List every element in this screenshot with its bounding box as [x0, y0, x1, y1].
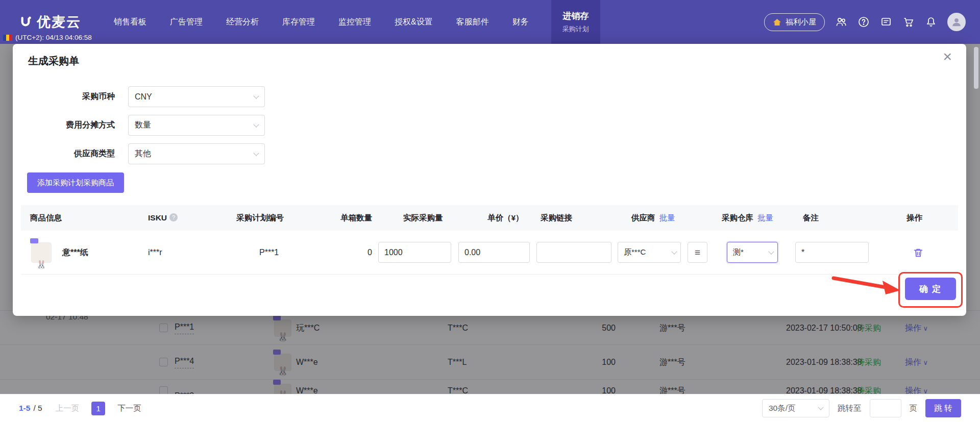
header-purchase-link: 采购链接: [541, 213, 572, 222]
nav-menu: 销售看板 广告管理 经营分析 库存管理 监控管理 授权&设置 客服邮件 财务: [114, 17, 529, 28]
total-text: / 5: [33, 404, 42, 413]
modal-table-row: 意***纸 i***r P***1 0 原***C ≡ 测*: [21, 231, 958, 275]
flag-icon: [3, 35, 12, 41]
warehouse-batch-link[interactable]: 批量: [757, 213, 773, 222]
logo-text: 优麦云: [37, 13, 81, 31]
timezone-clock: (UTC+2): 04/13 04:06:58: [3, 34, 92, 41]
header-unit-price: 单价（¥）: [487, 213, 524, 222]
pagination-bar: 1-5 / 5 上一页 1 下一页 30条/页 跳转至 页 跳 转: [0, 394, 980, 422]
pagination-range: 1-5 / 5: [19, 404, 42, 413]
nav-subitem-purchase-plan[interactable]: 采购计划: [562, 24, 589, 34]
chevron-down-icon: [253, 121, 259, 127]
pagination-right: 30条/页 跳转至 页 跳 转: [762, 399, 961, 417]
header-actual-qty: 实际采购量: [403, 213, 443, 222]
create-po-modal: 生成采购单 × 采购币种 CNY 费用分摊方式 数量 供应商类型 其他 添加采购…: [13, 44, 966, 316]
add-plan-product-button[interactable]: 添加采购计划采购商品: [27, 172, 124, 193]
close-icon[interactable]: ×: [943, 49, 952, 64]
header-remark: 备注: [803, 213, 819, 222]
help-icon[interactable]: [857, 16, 870, 28]
chevron-down-icon: [818, 404, 823, 410]
nav-item-monitoring[interactable]: 监控管理: [338, 17, 371, 28]
product-image: [31, 242, 52, 263]
product-badge: [30, 238, 38, 243]
plan-no: P***1: [259, 231, 279, 275]
house-icon: [773, 18, 781, 26]
field-supplier-type: 供应商类型 其他: [13, 143, 265, 164]
welfare-house-button[interactable]: 福利小屋: [764, 13, 825, 31]
supplier-type-select[interactable]: 其他: [128, 143, 265, 164]
warehouse-select[interactable]: 测*: [727, 242, 778, 263]
modal-title: 生成采购单: [28, 54, 79, 68]
delete-row-icon[interactable]: [913, 247, 924, 258]
current-page-button[interactable]: 1: [91, 402, 105, 415]
header-warehouse: 采购仓库: [722, 213, 753, 222]
range-text: 1-5: [19, 404, 30, 413]
nav-item-business-analysis[interactable]: 经营分析: [226, 17, 259, 28]
warehouse-value: 测*: [733, 247, 744, 257]
annotation-arrow-icon: [830, 274, 902, 297]
nav-right-cluster: 福利小屋: [764, 0, 966, 44]
header-product: 商品信息: [30, 213, 62, 222]
page-size-value: 30条/页: [769, 403, 796, 414]
field-allocation: 费用分摊方式 数量: [13, 115, 265, 136]
nav-item-service-email[interactable]: 客服邮件: [456, 17, 489, 28]
page-size-select[interactable]: 30条/页: [762, 399, 829, 417]
allocation-label: 费用分摊方式: [13, 120, 115, 131]
message-icon[interactable]: [880, 16, 892, 28]
actual-qty-input[interactable]: [378, 242, 451, 263]
header-isku: ISKU: [148, 213, 167, 222]
header-plan-no: 采购计划编号: [236, 213, 284, 222]
jump-button[interactable]: 跳 转: [925, 399, 961, 417]
timezone-text: (UTC+2): 04/13 04:06:58: [15, 34, 92, 41]
jump-page-input[interactable]: [870, 399, 901, 417]
page-scrollbar[interactable]: [974, 47, 978, 89]
field-currency: 采购币种 CNY: [13, 86, 265, 107]
welfare-label: 福利小屋: [786, 17, 816, 27]
unit-price-input[interactable]: [458, 242, 530, 263]
currency-label: 采购币种: [13, 91, 115, 102]
cart-icon[interactable]: [902, 16, 915, 28]
next-page-button[interactable]: 下一页: [117, 403, 141, 414]
product-name: 意***纸: [62, 231, 88, 275]
avatar[interactable]: [947, 13, 966, 31]
prev-page-button[interactable]: 上一页: [56, 403, 80, 414]
supplier-list-button[interactable]: ≡: [688, 242, 707, 263]
allocation-value: 数量: [135, 120, 151, 131]
chevron-down-icon: [253, 150, 259, 156]
isku-info-icon[interactable]: [169, 213, 178, 221]
users-icon[interactable]: [835, 16, 847, 28]
chevron-down-icon: [671, 249, 677, 254]
product-isku: i***r: [148, 231, 162, 275]
nav-item-inventory-management[interactable]: 库存管理: [282, 17, 315, 28]
supplier-type-value: 其他: [135, 148, 151, 159]
active-tab-label: 进销存: [562, 10, 589, 22]
app-logo[interactable]: 优麦云: [19, 13, 81, 31]
header-action: 操作: [906, 213, 922, 222]
header-box-qty: 单箱数量: [340, 213, 372, 222]
box-qty-value: 0: [327, 231, 372, 275]
supplier-batch-link[interactable]: 批量: [659, 213, 675, 222]
chevron-down-icon: [768, 249, 774, 254]
bell-icon[interactable]: [925, 16, 937, 28]
nav-item-auth-settings[interactable]: 授权&设置: [395, 17, 433, 28]
supplier-select[interactable]: 原***C: [618, 242, 681, 263]
nav-item-sales-dashboard[interactable]: 销售看板: [114, 17, 146, 28]
purchase-link-input[interactable]: [536, 242, 611, 263]
supplier-value: 原***C: [624, 247, 646, 257]
avatar-person-icon: [951, 16, 962, 28]
currency-value: CNY: [135, 92, 152, 102]
header-supplier: 供应商: [631, 213, 655, 222]
remark-input[interactable]: [795, 242, 869, 263]
chevron-down-icon: [253, 93, 259, 98]
supplier-type-label: 供应商类型: [13, 148, 115, 159]
page-unit-label: 页: [910, 403, 918, 414]
allocation-select[interactable]: 数量: [128, 115, 265, 136]
nav-item-finance[interactable]: 财务: [512, 17, 529, 28]
nav-item-purchase-sales-inventory[interactable]: 进销存 采购计划: [551, 0, 600, 44]
confirm-button[interactable]: 确 定: [905, 278, 956, 300]
logo-icon: [19, 16, 32, 28]
jump-to-label: 跳转至: [838, 403, 862, 414]
nav-item-ad-management[interactable]: 广告管理: [170, 17, 203, 28]
top-nav: 优麦云 销售看板 广告管理 经营分析 库存管理 监控管理 授权&设置 客服邮件 …: [0, 0, 980, 44]
currency-select[interactable]: CNY: [128, 86, 265, 107]
